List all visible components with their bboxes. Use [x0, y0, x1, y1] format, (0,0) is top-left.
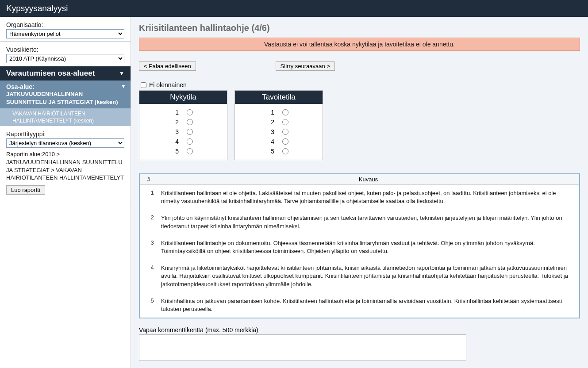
chevron-down-icon: ▼	[121, 83, 126, 89]
cycle-select[interactable]: 2010 ATP (Käynnissä)	[6, 54, 124, 63]
description-level: 3	[143, 239, 161, 255]
current-state-header: Nykytila	[139, 91, 227, 104]
not-relevant-row[interactable]: Ei olennainen	[139, 81, 580, 88]
prev-button[interactable]: < Palaa edelliseen	[139, 61, 196, 71]
rating-row: 1	[235, 107, 323, 117]
not-relevant-checkbox[interactable]	[141, 82, 146, 88]
rating-level-label: 2	[269, 119, 274, 126]
rating-row: 5	[235, 146, 323, 156]
rating-radio[interactable]	[187, 109, 193, 115]
rating-level-label: 4	[173, 138, 179, 145]
col-header-description: Kuvaus	[158, 174, 579, 184]
target-state-header: Tavoitetila	[235, 91, 323, 104]
description-text: Ylin johto on käynnistänyt kriisitilante…	[161, 214, 576, 230]
rating-level-label: 3	[173, 128, 179, 135]
description-row: 5Kriisinhallinta on jatkuvan parantamise…	[140, 293, 579, 318]
area-label: Osa-alue:	[6, 83, 124, 90]
rating-radio[interactable]	[187, 148, 193, 154]
description-level: 1	[143, 189, 161, 205]
report-type-label: Raporttityyppi:	[6, 130, 124, 138]
current-state-box: Nykytila 12345	[139, 90, 227, 160]
rating-row: 1	[139, 107, 227, 117]
org-label: Organisaatio:	[6, 21, 124, 28]
description-text: Kriisinhallinta on jatkuvan parantamisen…	[161, 297, 576, 313]
description-level: 5	[143, 297, 161, 313]
rating-row: 5	[139, 146, 227, 156]
rating-radio[interactable]	[282, 148, 288, 154]
alert-banner: Vastausta ei voi tallentaa koska nykytil…	[139, 38, 580, 51]
next-button[interactable]: Siirry seuraavaan >	[276, 61, 335, 71]
rating-level-label: 1	[173, 109, 179, 116]
area-item-active[interactable]: ▼ Osa-alue: JATKUVUUDENHALLINNAN SUUNNIT…	[0, 80, 131, 108]
sidebar: Organisaatio: Hämeenkyrön pellot Vuosiki…	[0, 17, 131, 368]
description-row: 3Kriisitilanteen hallintaohje on dokumen…	[140, 235, 579, 260]
description-text: Kriisiryhmä ja liiketoimintayksiköt harj…	[161, 264, 576, 288]
rating-radio[interactable]	[187, 129, 193, 135]
org-select[interactable]: Hämeenkyrön pellot	[6, 29, 124, 38]
description-row: 2Ylin johto on käynnistänyt kriisitilant…	[140, 210, 579, 234]
rating-radio[interactable]	[187, 138, 193, 145]
rating-level-label: 5	[173, 148, 179, 155]
description-text: Kriisitilanteen hallintaohje on dokument…	[161, 239, 576, 255]
description-row: 4Kriisiryhmä ja liiketoimintayksiköt har…	[140, 260, 579, 293]
rating-radio[interactable]	[282, 138, 288, 145]
description-table: # Kuvaus 1Kriisitilanteen hallintaan ei …	[139, 173, 580, 318]
subarea-item-active[interactable]: VAKAVAN HÄIRIÖTILANTEEN HALLINTAMENETTEL…	[0, 108, 131, 126]
rating-level-label: 5	[269, 148, 274, 155]
description-row: 1Kriisitilanteen hallintaan ei ole ohjet…	[140, 185, 579, 210]
target-state-box: Tavoitetila 12345	[234, 90, 323, 160]
comment-textarea[interactable]	[139, 334, 466, 361]
rating-radio[interactable]	[282, 119, 288, 125]
comment-label: Vapaa kommenttikenttä (max. 500 merkkiä)	[139, 326, 580, 334]
rating-row: 4	[235, 137, 323, 146]
app-title: Kypsyysanalyysi	[0, 0, 588, 17]
rating-level-label: 2	[173, 119, 179, 126]
report-type-select[interactable]: Järjestelyn tilannekuva (kesken)	[6, 138, 124, 148]
divider	[0, 202, 131, 202]
rating-level-label: 4	[269, 138, 274, 145]
col-header-number: #	[140, 174, 158, 184]
rating-row: 3	[139, 127, 227, 137]
rating-row: 2	[235, 117, 323, 127]
chevron-down-icon: ▼	[119, 70, 124, 77]
description-level: 2	[143, 214, 161, 230]
not-relevant-label: Ei olennainen	[149, 81, 187, 88]
report-breadcrumb: Raportin alue:2010 > JATKUVUUDENHALLINNA…	[6, 150, 124, 181]
rating-row: 4	[139, 137, 227, 146]
areas-header[interactable]: Varautumisen osa-alueet ▼	[0, 66, 131, 80]
page-title: Kriisitilanteen hallintaohje (4/6)	[139, 23, 580, 33]
rating-row: 2	[139, 117, 227, 127]
rating-radio[interactable]	[282, 109, 288, 115]
description-text: Kriisitilanteen hallintaan ei ole ohjett…	[161, 189, 576, 205]
rating-radio[interactable]	[187, 119, 193, 125]
area-name: JATKUVUUDENHALLINNAN SUUNNITTELU JA STRA…	[6, 90, 124, 106]
rating-radio[interactable]	[282, 129, 288, 135]
main-content: Kriisitilanteen hallintaohje (4/6) Vasta…	[131, 17, 588, 368]
rating-row: 3	[235, 127, 323, 137]
description-level: 4	[143, 264, 161, 288]
rating-level-label: 1	[269, 109, 274, 116]
rating-level-label: 3	[269, 128, 274, 135]
create-report-button[interactable]: Luo raportti	[6, 185, 45, 195]
cycle-label: Vuosikierto:	[6, 46, 124, 53]
